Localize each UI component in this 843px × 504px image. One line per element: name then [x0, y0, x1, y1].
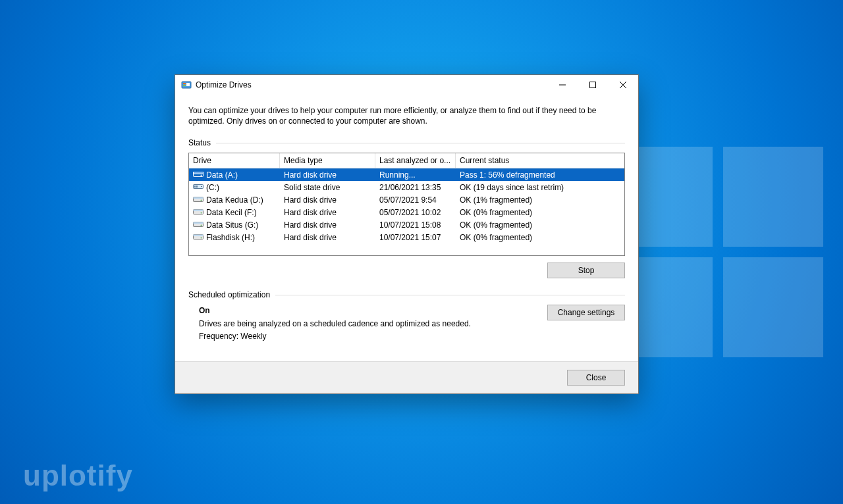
svg-rect-6 [194, 172, 204, 174]
status-section-label: Status [188, 138, 625, 147]
svg-rect-11 [201, 186, 202, 187]
drive-status: OK (0% fragmented) [456, 233, 624, 242]
drive-name: Data Situs (G:) [206, 220, 258, 230]
drive-last: 10/07/2021 15:07 [375, 233, 456, 242]
status-label-text: Status [188, 138, 211, 147]
drive-last: 05/07/2021 10:02 [375, 208, 456, 217]
svg-rect-3 [186, 83, 190, 86]
close-window-button[interactable]: Close [567, 370, 625, 386]
drive-name: Data (A:) [206, 170, 238, 180]
svg-point-7 [201, 175, 202, 176]
col-header-media[interactable]: Media type [280, 153, 375, 168]
window-title: Optimize Drives [196, 80, 252, 89]
drive-row[interactable]: Data (A:)Hard disk driveRunning...Pass 1… [189, 168, 624, 181]
drive-media: Hard disk drive [280, 233, 375, 242]
svg-point-14 [201, 200, 202, 201]
windows-logo-background [612, 147, 823, 357]
scheduled-on-label: On [199, 305, 547, 317]
drive-row[interactable]: Data Kecil (F:)Hard disk drive05/07/2021… [189, 206, 624, 218]
drive-name: Data Kecil (F:) [206, 208, 257, 217]
svg-rect-16 [194, 210, 204, 212]
svg-point-17 [201, 213, 202, 214]
svg-rect-9 [194, 186, 196, 188]
drive-media: Hard disk drive [280, 208, 375, 217]
drive-status: OK (0% fragmented) [456, 208, 624, 217]
drive-media: Hard disk drive [280, 170, 375, 180]
drive-row[interactable]: (C:)Solid state drive21/06/2021 13:35OK … [189, 181, 624, 193]
drive-icon [193, 195, 206, 205]
drives-listview[interactable]: Drive Media type Last analyzed or o... C… [188, 153, 625, 256]
scheduled-desc: Drives are being analyzed on a scheduled… [199, 318, 547, 330]
drive-icon [193, 182, 206, 192]
drive-name: Flashdisk (H:) [206, 233, 255, 242]
svg-rect-10 [196, 186, 198, 188]
svg-point-23 [201, 238, 202, 239]
change-settings-button[interactable]: Change settings [547, 305, 625, 320]
intro-text: You can optimize your drives to help you… [188, 105, 625, 126]
drive-status: OK (1% fragmented) [456, 195, 624, 205]
stop-button[interactable]: Stop [547, 263, 625, 278]
drive-media: Solid state drive [280, 183, 375, 192]
drive-last: 05/07/2021 9:54 [375, 195, 456, 205]
optimize-drives-window: Optimize Drives You can optimize your dr… [175, 74, 639, 394]
drive-last: Running... [375, 170, 456, 180]
svg-rect-13 [194, 197, 204, 199]
close-button[interactable] [608, 75, 638, 95]
drive-status: Pass 1: 56% defragmented [456, 170, 624, 180]
drive-last: 10/07/2021 15:08 [375, 220, 456, 230]
app-icon [181, 80, 192, 90]
drive-name: Data Kedua (D:) [206, 195, 263, 205]
drive-status: OK (19 days since last retrim) [456, 183, 624, 192]
titlebar[interactable]: Optimize Drives [175, 75, 638, 95]
svg-rect-22 [194, 235, 204, 237]
drive-media: Hard disk drive [280, 195, 375, 205]
col-header-status[interactable]: Current status [456, 153, 624, 168]
minimize-button[interactable] [547, 75, 578, 95]
scheduled-freq: Frequency: Weekly [199, 330, 547, 343]
drive-name: (C:) [206, 183, 219, 192]
drive-status: OK (0% fragmented) [456, 220, 624, 230]
listview-header[interactable]: Drive Media type Last analyzed or o... C… [189, 153, 624, 168]
svg-rect-1 [183, 83, 186, 84]
svg-rect-4 [590, 82, 596, 88]
svg-rect-19 [194, 222, 204, 224]
drive-row[interactable]: Data Situs (G:)Hard disk drive10/07/2021… [189, 218, 624, 231]
drive-icon [193, 170, 206, 180]
maximize-button[interactable] [578, 75, 608, 95]
drive-media: Hard disk drive [280, 220, 375, 230]
drive-last: 21/06/2021 13:35 [375, 183, 456, 192]
col-header-drive[interactable]: Drive [189, 153, 280, 168]
svg-point-20 [201, 225, 202, 226]
col-header-last[interactable]: Last analyzed or o... [375, 153, 456, 168]
window-footer: Close [175, 361, 638, 393]
scheduled-section-label: Scheduled optimization [188, 290, 625, 299]
drive-icon [193, 220, 206, 230]
watermark-text: uplotify [23, 459, 133, 492]
scheduled-label-text: Scheduled optimization [188, 290, 270, 299]
drive-icon [193, 207, 206, 217]
drive-row[interactable]: Data Kedua (D:)Hard disk drive05/07/2021… [189, 193, 624, 206]
svg-rect-2 [183, 85, 186, 86]
drive-row[interactable]: Flashdisk (H:)Hard disk drive10/07/2021 … [189, 231, 624, 243]
drive-icon [193, 232, 206, 242]
